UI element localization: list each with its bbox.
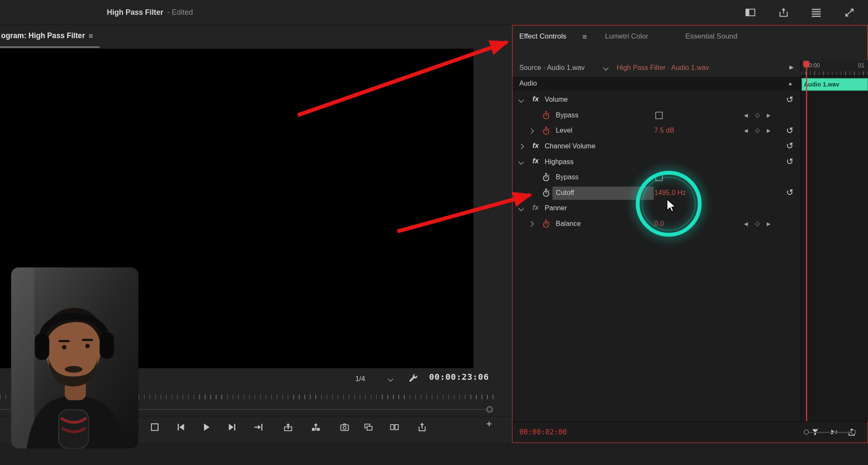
effect-row-panner[interactable]: fx Panner	[512, 201, 800, 217]
param-name[interactable]: Cutoff	[556, 189, 574, 196]
sequence-clip-label[interactable]: High Pass Filter · Audio 1.wav	[617, 64, 709, 71]
playback-resolution-select[interactable]: 1/4	[354, 373, 398, 386]
window-title: High Pass Filter- Edited	[107, 0, 193, 25]
stopwatch-icon[interactable]	[541, 111, 551, 120]
effect-name[interactable]: Highpass	[545, 158, 573, 165]
chevron-down-icon[interactable]	[518, 97, 524, 103]
audio-clip[interactable]: Audio 1.wav	[801, 78, 868, 91]
prev-keyframe-icon[interactable]: ◀	[744, 128, 748, 134]
reset-icon[interactable]: ↺	[786, 94, 794, 105]
button-editor-icon[interactable]: +	[486, 418, 492, 430]
effect-controls-bottom-bar: 00:00:02:00	[512, 421, 867, 443]
timeline-zoom-bar	[808, 432, 851, 433]
prev-keyframe-icon[interactable]: ◀	[744, 221, 748, 226]
effect-row-highpass[interactable]: fx Highpass ↺	[512, 154, 800, 170]
param-value[interactable]: 1495.0 Hz	[654, 189, 686, 196]
program-monitor-tab[interactable]: ogram: High Pass Filter	[1, 25, 85, 47]
fx-badge: fx	[532, 95, 539, 103]
source-clip-label[interactable]: Source · Audio 1.wav	[519, 64, 584, 71]
tab-essential-sound[interactable]: Essential Sound	[685, 25, 737, 47]
settings-wrench-icon[interactable]	[407, 373, 418, 384]
resolution-value: 1/4	[356, 375, 365, 382]
reset-icon[interactable]: ↺	[786, 125, 794, 136]
step-forward-icon[interactable]	[227, 422, 238, 432]
param-row-panner-balance[interactable]: Balance 0.0 ◀ ◇ ▶	[512, 217, 800, 232]
next-keyframe-icon[interactable]: ▶	[767, 112, 771, 118]
comparison-view-icon[interactable]	[389, 422, 400, 432]
chevron-right-icon[interactable]	[529, 221, 534, 227]
extract-icon[interactable]	[311, 422, 321, 432]
quick-export-icon[interactable]	[778, 7, 789, 18]
lift-icon[interactable]	[283, 422, 293, 432]
stopwatch-icon[interactable]	[541, 126, 551, 136]
effect-controls-timecode[interactable]: 00:00:02:00	[519, 428, 567, 437]
panel-menu-icon[interactable]: ≡	[89, 25, 93, 47]
stopwatch-icon[interactable]	[541, 219, 551, 228]
reset-icon[interactable]: ↺	[786, 156, 794, 167]
prev-keyframe-icon[interactable]: ◀	[744, 112, 748, 118]
effect-controls-panel: Effect Controls ≡ Lumetri Color Essentia…	[512, 25, 868, 443]
param-name[interactable]: Bypass	[556, 111, 579, 119]
tab-effect-controls[interactable]: Effect Controls	[519, 25, 566, 47]
effect-controls-timeline: 00:00 01 Audio 1.wav	[801, 60, 868, 421]
next-keyframe-icon[interactable]: ▶	[767, 221, 771, 226]
stopwatch-icon[interactable]	[541, 173, 551, 182]
timeline-zoom-handle-right[interactable]	[851, 430, 856, 435]
add-keyframe-icon[interactable]: ◇	[755, 111, 760, 119]
step-back-icon[interactable]	[175, 422, 186, 432]
play-clip-icon[interactable]: ▶	[790, 64, 794, 70]
param-row-highpass-cutoff[interactable]: Cutoff 1495.0 Hz ↺	[512, 186, 800, 201]
timeline-zoom-handle-left[interactable]	[804, 430, 809, 435]
tab-lumetri-color[interactable]: Lumetri Color	[605, 25, 648, 47]
export-frame-icon[interactable]	[339, 422, 350, 432]
chevron-down-icon[interactable]	[518, 159, 524, 165]
workspace-menu-icon[interactable]	[810, 7, 822, 18]
fx-badge: fx	[532, 157, 539, 165]
program-zoom-handle[interactable]	[487, 407, 492, 412]
param-row-highpass-bypass[interactable]: Bypass	[512, 170, 800, 186]
fullscreen-icon[interactable]	[844, 7, 855, 18]
effect-row-volume[interactable]: fx Volume ↺	[512, 92, 800, 108]
effect-name[interactable]: Volume	[545, 96, 568, 103]
param-row-volume-level[interactable]: Level 7.5 dB ◀ ◇ ▶ ↺	[512, 123, 800, 139]
effect-name[interactable]: Channel Volume	[545, 142, 595, 150]
multi-camera-icon[interactable]	[363, 422, 374, 432]
chevron-down-icon[interactable]	[518, 206, 524, 211]
play-icon[interactable]	[201, 422, 211, 432]
panel-menu-icon[interactable]: ≡	[582, 25, 587, 47]
param-value[interactable]: 7.5 dB	[654, 127, 674, 134]
section-label: Audio	[519, 80, 537, 87]
param-row-volume-bypass[interactable]: Bypass ◀ ◇ ▶	[512, 108, 800, 124]
safe-margins-icon[interactable]	[150, 422, 160, 432]
export-icon[interactable]	[417, 422, 428, 432]
reset-icon[interactable]: ↺	[786, 187, 794, 198]
reset-icon[interactable]: ↺	[786, 141, 794, 151]
microphone-illustration	[58, 410, 89, 448]
param-name[interactable]: Level	[556, 127, 572, 134]
go-to-next-edit-icon[interactable]	[253, 422, 264, 432]
effect-row-channel-volume[interactable]: fx Channel Volume ↺	[512, 139, 800, 155]
project-title: High Pass Filter	[107, 8, 163, 17]
timeline-ruler[interactable]: 00:00 01	[801, 60, 868, 76]
param-value[interactable]: 0.0	[654, 220, 664, 228]
fx-badge: fx	[532, 142, 539, 149]
clip-label: Audio 1.wav	[804, 81, 839, 88]
collapse-section-icon[interactable]: ▲	[788, 80, 793, 86]
param-name[interactable]: Bypass	[556, 173, 579, 181]
effect-name[interactable]: Panner	[545, 204, 567, 212]
add-keyframe-icon[interactable]: ◇	[755, 220, 760, 227]
bypass-checkbox[interactable]	[655, 174, 662, 181]
chevron-down-icon[interactable]	[603, 65, 609, 71]
stopwatch-icon[interactable]	[541, 188, 551, 198]
next-keyframe-icon[interactable]: ▶	[767, 128, 771, 134]
app-window: High Pass Filter- Edited ogram: High Pas…	[0, 0, 868, 465]
playhead-handle[interactable]	[803, 61, 809, 68]
chevron-right-icon[interactable]	[518, 144, 524, 149]
chevron-right-icon[interactable]	[529, 128, 534, 134]
bypass-checkbox[interactable]	[655, 112, 662, 119]
panel-layout-icon[interactable]	[745, 7, 756, 18]
ruler-label-end: 01	[858, 62, 864, 69]
program-timecode[interactable]: 00:00:23:06	[429, 372, 489, 382]
add-keyframe-icon[interactable]: ◇	[755, 127, 760, 134]
param-name[interactable]: Balance	[556, 220, 581, 228]
